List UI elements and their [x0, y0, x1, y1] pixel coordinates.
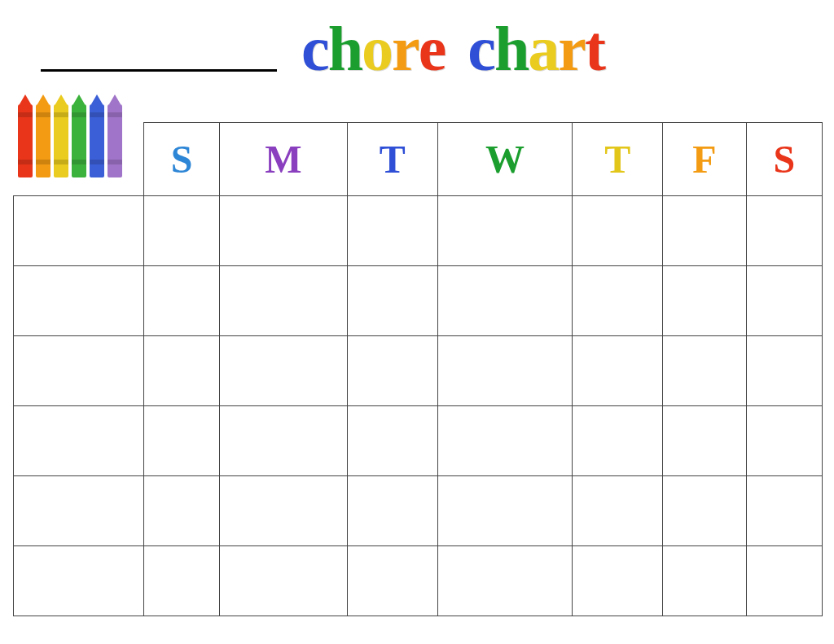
- chore-check-cell[interactable]: [144, 266, 220, 336]
- chore-check-cell[interactable]: [220, 266, 347, 336]
- chore-check-cell[interactable]: [746, 336, 822, 406]
- table-row: [14, 266, 823, 336]
- chore-check-cell[interactable]: [573, 266, 663, 336]
- chore-check-cell[interactable]: [746, 476, 822, 546]
- chore-check-cell[interactable]: [437, 336, 572, 406]
- chore-label-cell[interactable]: [14, 406, 144, 476]
- chore-check-cell[interactable]: [663, 476, 746, 546]
- day-header: S: [144, 123, 220, 196]
- table-row: [14, 336, 823, 406]
- table-corner-cell: [14, 123, 144, 196]
- chore-check-cell[interactable]: [663, 266, 746, 336]
- chore-check-cell[interactable]: [573, 336, 663, 406]
- chore-check-cell[interactable]: [220, 196, 347, 266]
- chore-label-cell[interactable]: [14, 196, 144, 266]
- page-title: chore chart: [301, 12, 604, 85]
- chore-check-cell[interactable]: [437, 546, 572, 616]
- chore-check-cell[interactable]: [437, 266, 572, 336]
- table-row: [14, 406, 823, 476]
- chore-label-cell[interactable]: [14, 476, 144, 546]
- chore-label-cell[interactable]: [14, 336, 144, 406]
- chore-check-cell[interactable]: [347, 546, 437, 616]
- chore-check-cell[interactable]: [220, 546, 347, 616]
- day-header: T: [347, 123, 437, 196]
- chore-check-cell[interactable]: [347, 476, 437, 546]
- chore-check-cell[interactable]: [220, 336, 347, 406]
- table-row: [14, 546, 823, 616]
- day-header: F: [663, 123, 746, 196]
- chore-check-cell[interactable]: [437, 196, 572, 266]
- chore-check-cell[interactable]: [144, 476, 220, 546]
- chore-check-cell[interactable]: [663, 546, 746, 616]
- chore-check-cell[interactable]: [220, 406, 347, 476]
- day-header: W: [437, 123, 572, 196]
- chore-check-cell[interactable]: [746, 546, 822, 616]
- chore-check-cell[interactable]: [220, 476, 347, 546]
- chore-check-cell[interactable]: [746, 196, 822, 266]
- day-header: M: [220, 123, 347, 196]
- chore-check-cell[interactable]: [746, 406, 822, 476]
- chore-check-cell[interactable]: [573, 406, 663, 476]
- chore-check-cell[interactable]: [437, 476, 572, 546]
- chore-check-cell[interactable]: [347, 406, 437, 476]
- table-row: [14, 196, 823, 266]
- name-input-line[interactable]: [41, 69, 277, 72]
- chore-check-cell[interactable]: [347, 336, 437, 406]
- chore-check-cell[interactable]: [746, 266, 822, 336]
- chore-label-cell[interactable]: [14, 266, 144, 336]
- day-header: S: [746, 123, 822, 196]
- chore-check-cell[interactable]: [347, 266, 437, 336]
- chore-check-cell[interactable]: [144, 336, 220, 406]
- chore-check-cell[interactable]: [573, 476, 663, 546]
- chore-check-cell[interactable]: [663, 336, 746, 406]
- chore-check-cell[interactable]: [144, 196, 220, 266]
- table-row: [14, 476, 823, 546]
- chore-check-cell[interactable]: [573, 196, 663, 266]
- chore-table-wrap: SMTWTFS: [13, 122, 823, 616]
- chore-check-cell[interactable]: [144, 406, 220, 476]
- chore-check-cell[interactable]: [663, 196, 746, 266]
- header: chore chart: [0, 8, 834, 90]
- chore-table: SMTWTFS: [13, 122, 823, 616]
- chore-check-cell[interactable]: [437, 406, 572, 476]
- chore-check-cell[interactable]: [347, 196, 437, 266]
- day-header: T: [573, 123, 663, 196]
- chore-check-cell[interactable]: [663, 406, 746, 476]
- chore-check-cell[interactable]: [144, 546, 220, 616]
- chore-label-cell[interactable]: [14, 546, 144, 616]
- chore-check-cell[interactable]: [573, 546, 663, 616]
